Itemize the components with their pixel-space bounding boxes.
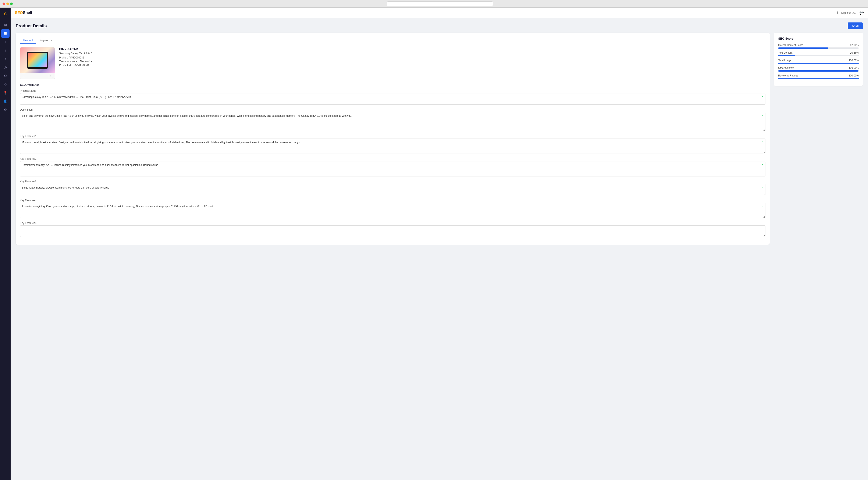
image-prev-button[interactable]: ‹ — [22, 74, 26, 78]
score-bar-4 — [778, 78, 859, 79]
sidebar-item-add[interactable]: ＋ — [1, 38, 9, 46]
field-label-4: Key Features3 — [20, 180, 766, 183]
seo-score-card: SEO Score: Overall Content Score 62.00% … — [774, 33, 863, 86]
field-label-2: Key Features1 — [20, 135, 766, 138]
product-pim-id: PIM Id : PIMID000032 — [59, 56, 766, 59]
sidebar-item-extras[interactable]: ◇ — [1, 80, 9, 89]
close-dot — [3, 3, 5, 5]
product-info: ‹ › B07VDB92RK Samsung Galaxy Tab A 8.0'… — [20, 47, 766, 79]
field-input-6[interactable] — [20, 225, 766, 237]
sidebar-item-location[interactable]: 📍 — [1, 89, 9, 97]
score-label-3: Other Content — [778, 66, 794, 69]
browser-url-bar[interactable] — [387, 1, 493, 6]
product-name-short: Samsung Galaxy Tab A 8.0' 3... — [59, 52, 766, 55]
score-label-4: Review & Ratings — [778, 74, 798, 77]
field-input-4[interactable] — [20, 184, 766, 195]
browser-chrome — [0, 0, 868, 8]
product-meta: B07VDB92RK Samsung Galaxy Tab A 8.0' 3..… — [59, 47, 766, 79]
score-label-0: Overall Content Score — [778, 44, 803, 46]
score-item-3: Other Content 100.00% — [778, 66, 859, 72]
field-wrapper-2: ✓ — [20, 138, 766, 154]
main-card: Product Keywords — [16, 33, 770, 245]
field-input-2[interactable] — [20, 138, 766, 154]
score-bar-bg-0 — [778, 47, 859, 49]
score-bar-3 — [778, 70, 859, 72]
info-icon[interactable]: ℹ — [837, 11, 838, 15]
image-nav: ‹ › — [20, 73, 55, 79]
chat-icon[interactable]: 💬 — [860, 11, 864, 15]
field-label-5: Key Features4 — [20, 199, 766, 202]
field-input-5[interactable] — [20, 203, 766, 218]
field-check-icon-0: ✓ — [761, 95, 764, 98]
score-item-0: Overall Content Score 62.00% — [778, 44, 859, 49]
seo-scores-container: Overall Content Score 62.00% Text Conten… — [778, 44, 859, 79]
score-value-2: 100.00% — [849, 59, 859, 62]
logo-shelf: Shelf — [23, 10, 32, 15]
score-value-1: 20.66% — [850, 51, 859, 54]
topbar: SEOShelf ℹ Digenius 360 💬 — [10, 8, 868, 18]
sidebar-item-upload[interactable]: ↑ — [1, 55, 9, 63]
sidebar-logo: S — [1, 10, 9, 18]
topbar-right: ℹ Digenius 360 💬 — [837, 11, 864, 15]
field-check-icon-4: ✓ — [761, 186, 764, 189]
field-group-3: Key Features2✓ — [20, 157, 766, 177]
topbar-logo: SEOShelf — [15, 10, 32, 15]
sidebar-item-analytics[interactable]: ◎ — [1, 63, 9, 72]
field-group-6: Key Features5 — [20, 222, 766, 237]
logo-seo: SEO — [15, 10, 23, 15]
maximize-dot — [10, 3, 13, 5]
field-wrapper-4: ✓ — [20, 184, 766, 196]
save-button[interactable]: Save — [848, 23, 863, 29]
page-title: Product Details — [16, 24, 47, 28]
score-label-2: Total Image — [778, 59, 791, 62]
page-header: Product Details Save — [16, 23, 863, 29]
score-bar-1 — [778, 55, 795, 56]
sidebar-item-list[interactable]: ☰ — [1, 29, 9, 38]
image-next-button[interactable]: › — [49, 74, 53, 78]
score-bar-bg-2 — [778, 63, 859, 64]
tab-product[interactable]: Product — [20, 37, 36, 44]
score-label-1: Text Content — [778, 51, 792, 54]
score-bar-bg-3 — [778, 70, 859, 72]
field-group-4: Key Features3✓ — [20, 180, 766, 196]
fields-container: Product Name✓Description✓Key Features1✓K… — [20, 89, 766, 237]
score-bar-0 — [778, 47, 828, 49]
field-check-icon-3: ✓ — [761, 163, 764, 166]
tab-bar: Product Keywords — [20, 37, 766, 44]
product-image-container: ‹ › — [20, 47, 55, 79]
field-wrapper-6 — [20, 225, 766, 237]
field-label-3: Key Features2 — [20, 157, 766, 160]
field-label-6: Key Features5 — [20, 222, 766, 225]
score-item-4: Review & Ratings 100.00% — [778, 74, 859, 79]
tablet-screen — [28, 53, 47, 67]
field-group-1: Description✓ — [20, 108, 766, 132]
field-check-icon-5: ✓ — [761, 204, 764, 208]
field-label-1: Description — [20, 108, 766, 111]
field-input-3[interactable] — [20, 161, 766, 177]
product-sku: B07VDB92RK — [59, 47, 766, 51]
sidebar-item-settings[interactable]: ⚙ — [1, 72, 9, 80]
field-wrapper-0: ✓ — [20, 93, 766, 105]
sidebar-item-user[interactable]: 👤 — [1, 97, 9, 105]
field-group-0: Product Name✓ — [20, 89, 766, 105]
field-input-0[interactable] — [20, 93, 766, 105]
score-bar-bg-4 — [778, 78, 859, 79]
score-bar-bg-1 — [778, 55, 859, 56]
score-value-0: 62.00% — [850, 44, 859, 46]
sidebar-item-download[interactable]: ↓ — [1, 46, 9, 55]
field-wrapper-5: ✓ — [20, 203, 766, 219]
seo-score-title: SEO Score: — [778, 37, 859, 40]
field-group-2: Key Features1✓ — [20, 135, 766, 154]
field-group-5: Key Features4✓ — [20, 199, 766, 219]
score-bar-2 — [778, 63, 859, 64]
seo-attributes-label: SEO Attributes: — [20, 83, 766, 87]
score-value-3: 100.00% — [849, 66, 859, 69]
content-wrapper: Product Details Save Product Keywords — [10, 18, 868, 480]
field-wrapper-1: ✓ — [20, 112, 766, 132]
sidebar-item-config[interactable]: ⚙ — [1, 105, 9, 114]
field-input-1[interactable] — [20, 112, 766, 131]
sidebar: S ⊞☰＋↓↑◎⚙◇📍👤⚙ — [0, 8, 10, 480]
sidebar-item-dashboard[interactable]: ⊞ — [1, 21, 9, 29]
tab-keywords[interactable]: Keywords — [36, 37, 55, 44]
product-taxonomy: Taxonomy Node : Electronics — [59, 60, 766, 63]
